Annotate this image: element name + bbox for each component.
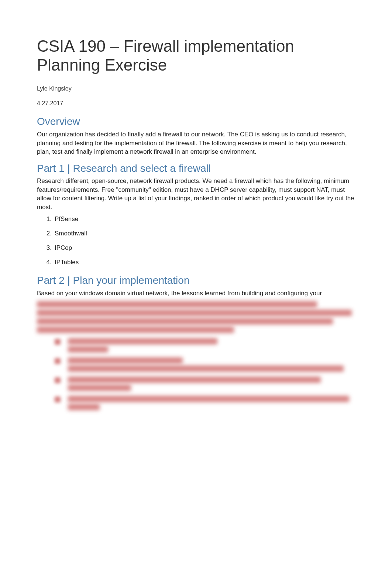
part1-heading: Part 1 | Research and select a firewall [37,161,355,176]
list-item: IPCop [55,244,355,252]
blurred-list-item [55,396,355,412]
document-date: 4.27.2017 [37,99,355,108]
firewall-ranked-list: PfSense Smoothwall IPCop IPTables [37,215,355,267]
blurred-line [37,310,352,316]
blurred-bullet-icon [55,397,61,402]
list-item: PfSense [55,215,355,224]
document-title: CSIA 190 – Firewall implementation Plann… [37,37,355,74]
blurred-bullet-icon [55,377,61,383]
blurred-bullet-icon [55,339,61,345]
blurred-line [68,365,344,372]
part2-heading: Part 2 | Plan your implementation [37,273,355,288]
list-item: Smoothwall [55,229,355,238]
blurred-line [37,327,234,333]
part1-body: Research different, open-source, network… [37,177,355,211]
blurred-line [68,346,108,353]
part2-visible-body: Based on your windows domain virtual net… [37,289,355,297]
blurred-line [37,301,317,307]
list-item: IPTables [55,258,355,267]
author-name: Lyle Kingsley [37,85,355,93]
blurred-content-region [37,301,355,412]
blurred-line [68,385,131,391]
overview-body: Our organization has decided to finally … [37,130,355,156]
blurred-bullet-icon [55,358,61,364]
blurred-line [68,404,100,410]
blurred-line [37,318,333,324]
blurred-list-item [55,377,355,393]
blurred-list-item [55,338,355,354]
blurred-line [68,377,321,383]
blurred-line [68,357,183,364]
document-page: CSIA 190 – Firewall implementation Plann… [0,0,392,575]
overview-heading: Overview [37,115,355,129]
blurred-line [68,338,217,344]
blurred-line [68,396,349,402]
blurred-list-item [55,357,355,374]
